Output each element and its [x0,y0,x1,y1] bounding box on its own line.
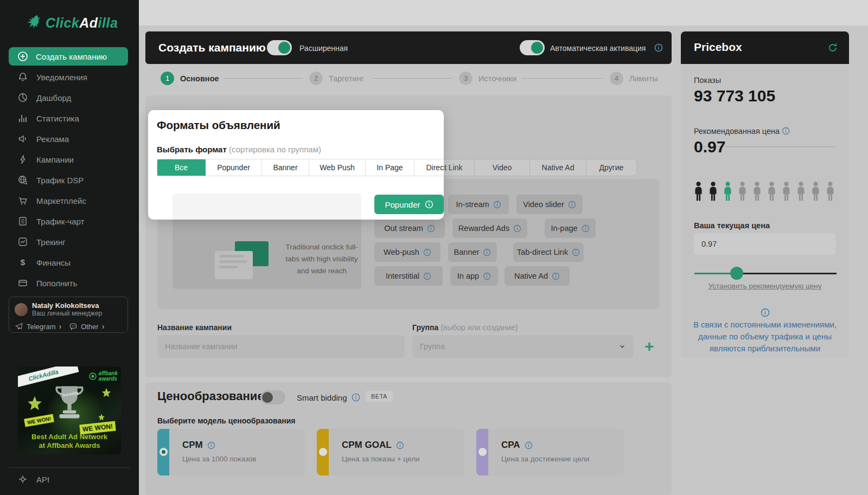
format-chip-out-stream[interactable]: Out stream [374,218,445,238]
impressions-label: Показы [694,76,721,85]
info-icon [207,441,215,449]
model-radio[interactable] [319,448,327,456]
sidebar-item-marketplace[interactable]: Маркетплейс [0,190,139,211]
step-4-circle[interactable]: 4 [610,72,623,85]
auto-activation-toggle[interactable] [520,40,545,55]
format-chip-rewarded-ads[interactable]: Rewarded Ads [452,218,527,238]
step-1-circle[interactable]: 1 [161,72,174,85]
tab-in-page[interactable]: In Page [366,159,414,176]
format-description: Traditional onclick full-tabs with high … [276,241,368,277]
tab-all[interactable]: Все [157,159,206,176]
pricing-model-cpm[interactable]: CPM Цена за 1000 показов [157,429,305,475]
info-icon [483,248,491,256]
person-icon [781,182,792,203]
advanced-label: Расширенная [299,44,348,53]
tab-popunder[interactable]: Popunder [206,159,262,176]
info-icon[interactable] [782,127,790,135]
choose-model-label: Выберите модель ценообразования [157,416,296,425]
info-icon [552,272,560,280]
manager-role: Ваш личный менеджер [32,310,102,317]
model-radio[interactable] [478,448,487,456]
tab-direct-link[interactable]: Direct Link [414,159,444,176]
person-icon [796,182,806,203]
telegram-icon [15,322,23,331]
format-chip-banner[interactable]: Banner [448,242,497,262]
format-chip-in-page[interactable]: In-page [545,218,596,238]
manager-telegram-link[interactable]: Telegram › [15,322,61,331]
campaign-name-label: Название кампании [157,323,232,332]
sidebar-item-finance[interactable]: $ Финансы [0,252,139,273]
logo-ad: Ad [79,15,98,30]
sidebar-item-dashboard[interactable]: Дашборд [0,87,139,108]
format-chip-web-push[interactable]: Web-push [374,242,441,262]
tab-video[interactable]: Video [475,159,530,176]
popunder-illustration-front-window [215,251,253,279]
tab-native-ad[interactable]: Native Ad [530,159,586,176]
info-icon[interactable] [654,43,663,52]
format-chip-native-ad[interactable]: Native Ad [505,266,570,286]
current-price-label: Ваша текущая цена [694,221,770,230]
pricing-model-cpm-goal[interactable]: CPM GOAL Цена за показы + цели [317,429,464,475]
megaphone-icon [17,133,28,144]
tab-other[interactable]: Другие [586,159,636,176]
step-connector [372,78,452,79]
sidebar-item-api[interactable]: API [17,474,49,485]
pricing-model-cpa[interactable]: CPA Цена за достижение цели [476,429,624,475]
person-icon [752,182,762,203]
impressions-value: 93 773 105 [694,87,775,105]
star-icon [100,387,112,399]
plus-circle-icon [17,51,28,62]
chevron-down-icon [618,343,626,350]
format-chip-in-app[interactable]: In app [450,266,498,286]
pie-chart-icon [17,92,28,103]
format-chip-video-slider[interactable]: Video slider [516,195,583,214]
tab-banner[interactable]: Banner [262,159,309,176]
promo-banner[interactable]: ClickAdilla affbankawards ClickAdilla WE… [18,367,121,454]
chevron-right-icon: › [102,322,105,331]
person-icon [723,182,733,203]
step-2-circle[interactable]: 2 [309,72,323,85]
model-radio[interactable] [159,448,168,456]
info-icon [582,224,590,233]
step-3-circle[interactable]: 3 [459,72,473,85]
campaign-header: Создать кампанию Расширенная Автоматичес… [145,31,672,64]
format-chip-popunder-selected[interactable]: Popunder [374,195,444,214]
refresh-icon[interactable] [827,42,838,55]
current-price-input[interactable] [694,233,836,255]
pricing-title: Ценообразование [157,389,264,403]
format-chip-in-stream[interactable]: In-stream [448,195,509,214]
sidebar-item-topup[interactable]: Пополнить [0,273,139,293]
format-chip-tab-direct-link[interactable]: Tab-direct Link [513,242,584,262]
info-icon [396,441,404,449]
sidebar-item-traffic-dsp[interactable]: Трафик DSP [0,170,139,190]
add-group-button[interactable]: + [644,338,654,355]
group-select[interactable]: Группа [412,335,634,358]
sidebar-item-statistics[interactable]: Статистика [0,108,139,128]
step-4-label: Лимиты [629,74,658,83]
logo-illa: illa [98,15,118,30]
manager-avatar [15,303,28,316]
price-slider[interactable] [694,267,837,280]
divider [9,467,130,468]
sidebar-item-tracking[interactable]: Трекинг [0,232,139,252]
slider-handle[interactable] [730,267,743,280]
star-icon [25,395,44,413]
campaign-name-input[interactable]: Название кампании [157,335,405,358]
manager-other-link[interactable]: Other › [69,322,104,331]
person-icon [825,182,835,203]
manager-card: Nataly Kolokoltseva Ваш личный менеджер … [9,297,128,333]
sidebar-item-create-campaign[interactable]: Создать кампанию [9,47,128,66]
sidebar-item-notifications[interactable]: Уведомления [0,67,139,87]
sidebar-item-campaigns[interactable]: Кампании [0,149,139,170]
awards-badge-icon [89,372,97,380]
smart-bidding-toggle[interactable] [260,390,285,404]
sidebar-item-traffic-chart[interactable]: Трафик-чарт [0,211,139,232]
sidebar-item-ads[interactable]: Реклама [0,128,139,149]
info-icon[interactable] [352,393,360,402]
format-chip-interstitial[interactable]: Interstitial [374,266,443,286]
tab-web-push[interactable]: Web Push [309,159,366,176]
svg-text:$: $ [21,258,25,267]
advanced-toggle[interactable] [267,40,292,55]
set-recommended-price-link[interactable]: Установить рекомендуемую цену [681,282,849,290]
person-icon [767,182,777,203]
